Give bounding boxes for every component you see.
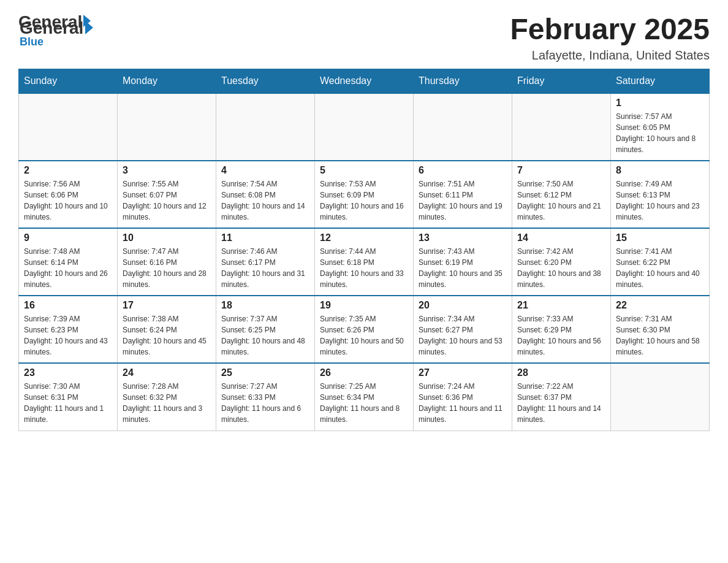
calendar-header-monday: Monday xyxy=(118,69,216,94)
logo-triangle-icon xyxy=(85,21,93,34)
day-info: Sunrise: 7:47 AM Sunset: 6:16 PM Dayligh… xyxy=(123,246,211,290)
day-info: Sunrise: 7:43 AM Sunset: 6:19 PM Dayligh… xyxy=(419,246,507,290)
calendar-cell: 11Sunrise: 7:46 AM Sunset: 6:17 PM Dayli… xyxy=(216,228,315,296)
calendar-cell: 26Sunrise: 7:25 AM Sunset: 6:34 PM Dayli… xyxy=(315,363,414,431)
day-info: Sunrise: 7:37 AM Sunset: 6:25 PM Dayligh… xyxy=(221,313,309,358)
day-number: 15 xyxy=(616,232,704,243)
day-info: Sunrise: 7:28 AM Sunset: 6:32 PM Dayligh… xyxy=(123,381,211,425)
day-number: 27 xyxy=(419,367,507,378)
calendar-table: SundayMondayTuesdayWednesdayThursdayFrid… xyxy=(18,69,710,431)
day-number: 17 xyxy=(123,300,211,311)
day-number: 4 xyxy=(221,165,309,176)
day-number: 11 xyxy=(221,232,309,243)
day-info: Sunrise: 7:57 AM Sunset: 6:05 PM Dayligh… xyxy=(616,111,704,155)
calendar-cell: 13Sunrise: 7:43 AM Sunset: 6:19 PM Dayli… xyxy=(414,228,512,296)
month-title: February 2025 xyxy=(510,12,710,46)
day-number: 1 xyxy=(616,98,704,109)
day-info: Sunrise: 7:50 AM Sunset: 6:12 PM Dayligh… xyxy=(517,178,605,223)
day-info: Sunrise: 7:56 AM Sunset: 6:06 PM Dayligh… xyxy=(24,178,112,223)
day-number: 23 xyxy=(24,367,112,378)
calendar-cell: 12Sunrise: 7:44 AM Sunset: 6:18 PM Dayli… xyxy=(315,228,414,296)
day-number: 14 xyxy=(517,232,605,243)
calendar-cell xyxy=(216,93,315,161)
day-number: 22 xyxy=(616,300,704,311)
calendar-week-4: 16Sunrise: 7:39 AM Sunset: 6:23 PM Dayli… xyxy=(19,296,710,363)
day-info: Sunrise: 7:39 AM Sunset: 6:23 PM Dayligh… xyxy=(24,313,112,358)
day-info: Sunrise: 7:53 AM Sunset: 6:09 PM Dayligh… xyxy=(320,178,408,223)
day-info: Sunrise: 7:54 AM Sunset: 6:08 PM Dayligh… xyxy=(221,178,309,223)
calendar-cell: 7Sunrise: 7:50 AM Sunset: 6:12 PM Daylig… xyxy=(512,161,611,228)
calendar-cell: 5Sunrise: 7:53 AM Sunset: 6:09 PM Daylig… xyxy=(315,161,414,228)
day-number: 18 xyxy=(221,300,309,311)
day-number: 20 xyxy=(419,300,507,311)
page-header: General General Blue February 2025 Lafay… xyxy=(18,12,710,63)
day-info: Sunrise: 7:30 AM Sunset: 6:31 PM Dayligh… xyxy=(24,381,112,425)
day-info: Sunrise: 7:46 AM Sunset: 6:17 PM Dayligh… xyxy=(221,246,309,290)
calendar-header-friday: Friday xyxy=(512,69,611,94)
calendar-cell: 28Sunrise: 7:22 AM Sunset: 6:37 PM Dayli… xyxy=(512,363,611,431)
calendar-cell: 6Sunrise: 7:51 AM Sunset: 6:11 PM Daylig… xyxy=(414,161,512,228)
logo: General General Blue xyxy=(18,12,93,48)
day-info: Sunrise: 7:34 AM Sunset: 6:27 PM Dayligh… xyxy=(419,313,507,358)
calendar-cell: 9Sunrise: 7:48 AM Sunset: 6:14 PM Daylig… xyxy=(19,228,118,296)
day-info: Sunrise: 7:42 AM Sunset: 6:20 PM Dayligh… xyxy=(517,246,605,290)
day-info: Sunrise: 7:41 AM Sunset: 6:22 PM Dayligh… xyxy=(616,246,704,290)
calendar-cell: 15Sunrise: 7:41 AM Sunset: 6:22 PM Dayli… xyxy=(611,228,710,296)
day-number: 6 xyxy=(419,165,507,176)
calendar-header-tuesday: Tuesday xyxy=(216,69,315,94)
day-info: Sunrise: 7:27 AM Sunset: 6:33 PM Dayligh… xyxy=(221,381,309,425)
calendar-cell: 20Sunrise: 7:34 AM Sunset: 6:27 PM Dayli… xyxy=(414,296,512,363)
calendar-cell: 10Sunrise: 7:47 AM Sunset: 6:16 PM Dayli… xyxy=(118,228,216,296)
day-number: 21 xyxy=(517,300,605,311)
calendar-header-thursday: Thursday xyxy=(414,69,512,94)
calendar-cell: 3Sunrise: 7:55 AM Sunset: 6:07 PM Daylig… xyxy=(118,161,216,228)
calendar-cell: 21Sunrise: 7:33 AM Sunset: 6:29 PM Dayli… xyxy=(512,296,611,363)
day-info: Sunrise: 7:38 AM Sunset: 6:24 PM Dayligh… xyxy=(123,313,211,358)
day-number: 25 xyxy=(221,367,309,378)
day-info: Sunrise: 7:22 AM Sunset: 6:37 PM Dayligh… xyxy=(517,381,605,425)
day-number: 7 xyxy=(517,165,605,176)
calendar-cell: 4Sunrise: 7:54 AM Sunset: 6:08 PM Daylig… xyxy=(216,161,315,228)
day-info: Sunrise: 7:51 AM Sunset: 6:11 PM Dayligh… xyxy=(419,178,507,223)
day-number: 8 xyxy=(616,165,704,176)
calendar-cell: 17Sunrise: 7:38 AM Sunset: 6:24 PM Dayli… xyxy=(118,296,216,363)
calendar-header-wednesday: Wednesday xyxy=(315,69,414,94)
day-info: Sunrise: 7:31 AM Sunset: 6:30 PM Dayligh… xyxy=(616,313,704,358)
calendar-cell xyxy=(118,93,216,161)
day-number: 12 xyxy=(320,232,408,243)
calendar-cell: 1Sunrise: 7:57 AM Sunset: 6:05 PM Daylig… xyxy=(611,93,710,161)
calendar-header-sunday: Sunday xyxy=(19,69,118,94)
calendar-cell: 22Sunrise: 7:31 AM Sunset: 6:30 PM Dayli… xyxy=(611,296,710,363)
day-info: Sunrise: 7:25 AM Sunset: 6:34 PM Dayligh… xyxy=(320,381,408,425)
calendar-week-5: 23Sunrise: 7:30 AM Sunset: 6:31 PM Dayli… xyxy=(19,363,710,431)
calendar-week-1: 1Sunrise: 7:57 AM Sunset: 6:05 PM Daylig… xyxy=(19,93,710,161)
calendar-cell: 25Sunrise: 7:27 AM Sunset: 6:33 PM Dayli… xyxy=(216,363,315,431)
calendar-header-row: SundayMondayTuesdayWednesdayThursdayFrid… xyxy=(19,69,710,94)
day-number: 3 xyxy=(123,165,211,176)
calendar-cell: 8Sunrise: 7:49 AM Sunset: 6:13 PM Daylig… xyxy=(611,161,710,228)
calendar-cell: 23Sunrise: 7:30 AM Sunset: 6:31 PM Dayli… xyxy=(19,363,118,431)
calendar-cell: 16Sunrise: 7:39 AM Sunset: 6:23 PM Dayli… xyxy=(19,296,118,363)
day-info: Sunrise: 7:35 AM Sunset: 6:26 PM Dayligh… xyxy=(320,313,408,358)
day-info: Sunrise: 7:49 AM Sunset: 6:13 PM Dayligh… xyxy=(616,178,704,223)
calendar-cell xyxy=(315,93,414,161)
calendar-header-saturday: Saturday xyxy=(611,69,710,94)
day-number: 13 xyxy=(419,232,507,243)
day-number: 26 xyxy=(320,367,408,378)
day-number: 10 xyxy=(123,232,211,243)
day-number: 5 xyxy=(320,165,408,176)
day-number: 28 xyxy=(517,367,605,378)
calendar-cell: 14Sunrise: 7:42 AM Sunset: 6:20 PM Dayli… xyxy=(512,228,611,296)
day-info: Sunrise: 7:24 AM Sunset: 6:36 PM Dayligh… xyxy=(419,381,507,425)
day-info: Sunrise: 7:33 AM Sunset: 6:29 PM Dayligh… xyxy=(517,313,605,358)
day-number: 16 xyxy=(24,300,112,311)
location: Lafayette, Indiana, United States xyxy=(510,48,710,63)
day-info: Sunrise: 7:55 AM Sunset: 6:07 PM Dayligh… xyxy=(123,178,211,223)
calendar-cell: 18Sunrise: 7:37 AM Sunset: 6:25 PM Dayli… xyxy=(216,296,315,363)
calendar-cell xyxy=(19,93,118,161)
calendar-cell xyxy=(512,93,611,161)
day-info: Sunrise: 7:48 AM Sunset: 6:14 PM Dayligh… xyxy=(24,246,112,290)
day-number: 19 xyxy=(320,300,408,311)
calendar-cell xyxy=(414,93,512,161)
logo-blue-label: Blue xyxy=(20,36,44,48)
